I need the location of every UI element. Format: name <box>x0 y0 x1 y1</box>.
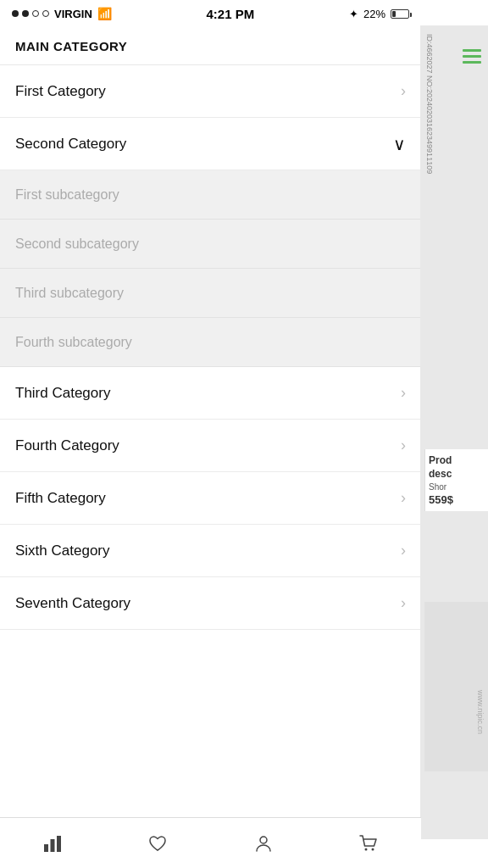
subcategory-fourth-label: Fourth subcategory <box>15 335 132 350</box>
subcategory-item-third[interactable]: Third subcategory <box>0 269 421 318</box>
main-category-title: MAIN CATEGORY <box>15 39 127 53</box>
status-left: VIRGIN 📶 <box>12 7 112 20</box>
tab-cart[interactable] <box>316 818 421 868</box>
subcategory-third-label: Third subcategory <box>15 286 124 301</box>
dot-2 <box>22 10 29 17</box>
category-item-fourth[interactable]: Fourth Category › <box>0 420 421 472</box>
tab-spacer <box>0 630 421 681</box>
svg-rect-2 <box>57 836 61 852</box>
category-item-fifth[interactable]: Fifth Category › <box>0 472 421 525</box>
tab-profile[interactable] <box>211 818 316 868</box>
battery-percent: 22% <box>363 8 385 20</box>
carrier-name: VIRGIN <box>54 8 92 20</box>
bluetooth-icon: ✦ <box>349 8 358 20</box>
subcategory-item-fourth[interactable]: Fourth subcategory <box>0 318 421 367</box>
tab-stats[interactable] <box>0 818 105 868</box>
subcategory-item-second[interactable]: Second subcategory <box>0 220 421 269</box>
sixth-category-label: Sixth Category <box>15 542 110 559</box>
heart-icon <box>147 832 169 854</box>
subcategory-section: First subcategory Second subcategory Thi… <box>0 170 421 367</box>
tab-bar <box>0 817 421 868</box>
svg-rect-1 <box>51 839 55 852</box>
main-content: VIRGIN 📶 4:21 PM ✦ 22% MAIN CATEGORY Fir… <box>0 0 421 681</box>
product-preview-price: 559$ <box>429 493 485 506</box>
svg-point-5 <box>371 848 374 850</box>
status-time: 4:21 PM <box>207 7 255 21</box>
subcategory-second-label: Second subcategory <box>15 236 139 252</box>
category-item-third[interactable]: Third Category › <box>0 367 421 420</box>
category-item-first[interactable]: First Category › <box>0 65 421 118</box>
wifi-icon: 📶 <box>97 7 112 20</box>
cart-icon <box>358 832 380 854</box>
signal-dots <box>12 10 49 17</box>
person-icon <box>252 832 274 854</box>
nipic-watermark: www.nipic.cn <box>473 687 488 737</box>
subcategory-first-label: First subcategory <box>15 187 119 203</box>
svg-point-4 <box>364 848 367 850</box>
tab-wishlist[interactable] <box>105 818 210 868</box>
right-panel: ID:4662027 NO:20240203162349911109 Prodd… <box>420 25 488 839</box>
fifth-category-label: Fifth Category <box>15 490 106 507</box>
fourth-category-label: Fourth Category <box>15 437 119 454</box>
sixth-category-chevron-right-icon: › <box>401 542 406 559</box>
fourth-category-chevron-right-icon: › <box>401 437 406 454</box>
seventh-category-chevron-right-icon: › <box>401 594 406 612</box>
svg-rect-0 <box>44 844 48 852</box>
watermark-text: ID:4662027 NO:20240203162349911109 <box>420 25 438 182</box>
subcategory-item-first[interactable]: First subcategory <box>0 170 421 220</box>
seventh-category-label: Seventh Category <box>15 595 130 612</box>
category-item-sixth[interactable]: Sixth Category › <box>0 525 421 577</box>
status-right: ✦ 22% <box>349 8 409 20</box>
dot-4 <box>42 10 49 17</box>
stats-icon <box>42 832 64 854</box>
third-category-label: Third Category <box>15 385 110 402</box>
first-category-label: First Category <box>15 83 106 100</box>
svg-point-3 <box>260 837 267 843</box>
third-category-chevron-right-icon: › <box>401 384 406 402</box>
product-preview-title: Proddesc <box>429 454 485 481</box>
product-preview: Proddesc Shor 559$ <box>424 449 488 511</box>
second-category-chevron-down-icon: ∨ <box>393 134 406 154</box>
battery-fill <box>392 11 396 17</box>
status-bar: VIRGIN 📶 4:21 PM ✦ 22% <box>0 0 421 25</box>
second-category-label: Second Category <box>15 136 126 153</box>
product-preview-desc: Shor <box>429 482 485 492</box>
category-list: First Category › Second Category ∨ First… <box>0 65 421 681</box>
first-category-chevron-right-icon: › <box>401 82 406 100</box>
fifth-category-chevron-right-icon: › <box>401 489 406 507</box>
dot-1 <box>12 10 19 17</box>
battery-icon <box>391 9 409 19</box>
category-header: MAIN CATEGORY <box>0 25 421 65</box>
category-item-seventh[interactable]: Seventh Category › <box>0 577 421 630</box>
category-item-second[interactable]: Second Category ∨ <box>0 118 421 170</box>
dot-3 <box>32 10 39 17</box>
